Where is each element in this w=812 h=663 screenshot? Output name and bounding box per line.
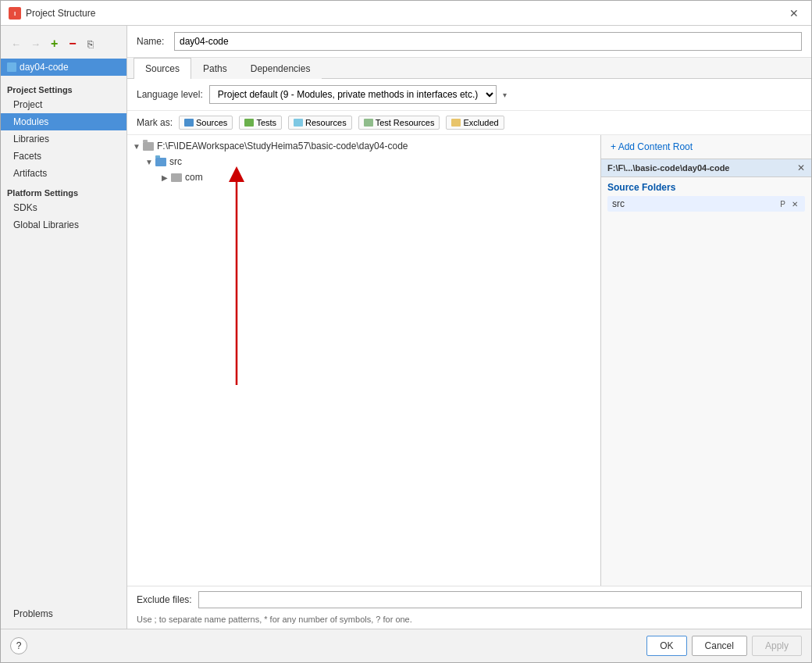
excluded-tag[interactable]: Excluded <box>446 116 504 130</box>
sources-tab-content: Language level: Project default (9 - Mod… <box>127 79 811 629</box>
source-folder-name: src <box>612 198 625 209</box>
source-folder-actions: P ✕ <box>778 199 800 209</box>
svg-text:I: I <box>14 10 16 17</box>
platform-settings-header: Platform Settings <box>1 182 126 199</box>
sidebar-item-libraries[interactable]: Libraries <box>1 130 126 148</box>
root-path-label: F:\F\IDEAWorkspace\StudyHeima57\basic-co… <box>157 141 408 151</box>
root-toggle[interactable]: ▼ <box>130 140 143 152</box>
sidebar-item-modules[interactable]: Modules <box>1 113 126 130</box>
source-folder-item: src P ✕ <box>607 196 805 212</box>
tests-tag[interactable]: Tests <box>239 116 282 130</box>
module-item[interactable]: day04-code <box>1 59 126 76</box>
source-folders-section: Source Folders src P ✕ <box>601 177 811 216</box>
src-label: src <box>169 156 182 167</box>
content-area: ▼ F:\F\IDEAWorkspace\StudyHeima57\basic-… <box>127 135 811 586</box>
info-panel-path: F:\F\...\basic-code\day04-code <box>607 163 730 173</box>
remove-module-button[interactable]: − <box>64 35 80 52</box>
resources-tag-label: Resources <box>305 118 347 127</box>
tree-panel: ▼ F:\F\IDEAWorkspace\StudyHeima57\basic-… <box>127 135 600 586</box>
bottom-bar: ? OK Cancel Apply <box>1 629 811 662</box>
forward-button[interactable]: → <box>27 36 45 52</box>
name-label: Name: <box>137 36 168 47</box>
add-module-button[interactable]: + <box>46 35 62 52</box>
project-settings-header: Project Settings <box>1 82 126 96</box>
source-folder-remove-button[interactable]: ✕ <box>789 199 800 209</box>
tab-paths[interactable]: Paths <box>191 58 239 79</box>
sidebar-item-project[interactable]: Project <box>1 96 126 113</box>
bottom-left: ? <box>10 637 27 654</box>
root-folder-icon <box>143 142 154 151</box>
exclude-hint: Use ; to separate name patterns, * for a… <box>127 613 811 629</box>
sources-tag[interactable]: Sources <box>179 116 233 130</box>
info-panel: + Add Content Root F:\F\...\basic-code\d… <box>600 135 811 586</box>
mark-as-row: Mark as: Sources Tests Resources <box>127 111 811 135</box>
mark-as-label: Mark as: <box>137 117 173 128</box>
add-content-root-button[interactable]: + Add Content Root <box>601 135 811 159</box>
apply-button: Apply <box>752 636 802 656</box>
copy-module-button[interactable]: ⎘ <box>83 37 98 52</box>
tab-sources[interactable]: Sources <box>134 58 191 79</box>
excluded-tag-icon <box>451 119 461 127</box>
test-resources-tag[interactable]: Test Resources <box>358 116 440 130</box>
title-bar: I Project Structure ✕ <box>1 1 811 26</box>
cancel-button[interactable]: Cancel <box>692 636 747 656</box>
test-resources-tag-label: Test Resources <box>376 118 435 127</box>
help-button[interactable]: ? <box>10 637 27 654</box>
sidebar-item-facets[interactable]: Facets <box>1 148 126 165</box>
tab-dependencies[interactable]: Dependencies <box>239 58 322 79</box>
sidebar-nav-buttons: ← → + − ⎘ <box>1 32 126 59</box>
sidebar-item-global-libraries[interactable]: Global Libraries <box>1 216 126 233</box>
module-icon <box>7 62 16 72</box>
src-folder-icon <box>155 158 166 166</box>
info-panel-close-button[interactable]: ✕ <box>797 162 805 173</box>
language-level-row: Language level: Project default (9 - Mod… <box>127 79 811 111</box>
com-toggle[interactable]: ▶ <box>158 171 171 184</box>
com-label: com <box>185 172 203 183</box>
name-input[interactable] <box>174 32 802 51</box>
sidebar: ← → + − ⎘ day04-code Project Settings Pr… <box>1 26 127 629</box>
module-item-label: day04-code <box>20 62 69 73</box>
tree-root-item[interactable]: ▼ F:\F\IDEAWorkspace\StudyHeima57\basic-… <box>127 138 600 154</box>
ok-button[interactable]: OK <box>646 636 686 656</box>
test-resources-tag-icon <box>364 119 373 127</box>
exclude-input[interactable] <box>198 591 802 608</box>
tests-tag-label: Tests <box>256 118 276 127</box>
main-content: ← → + − ⎘ day04-code Project Settings Pr… <box>1 26 811 629</box>
resources-tag-icon <box>294 119 303 127</box>
resources-tag[interactable]: Resources <box>288 116 352 130</box>
source-folder-p-button[interactable]: P <box>778 199 788 209</box>
tabs-row: Sources Paths Dependencies <box>127 58 811 79</box>
excluded-tag-label: Excluded <box>463 118 498 127</box>
sidebar-item-sdks[interactable]: SDKs <box>1 199 126 216</box>
annotation-arrow <box>127 135 440 572</box>
exclude-label: Exclude files: <box>137 594 192 605</box>
name-row: Name: <box>127 26 811 58</box>
sidebar-item-artifacts[interactable]: Artifacts <box>1 165 126 182</box>
sources-tag-icon <box>184 119 194 127</box>
language-level-label: Language level: <box>137 89 203 100</box>
close-button[interactable]: ✕ <box>785 5 803 21</box>
com-folder-icon <box>171 173 182 182</box>
sources-tag-label: Sources <box>196 118 227 127</box>
right-panel: Name: Sources Paths Dependencies Languag… <box>127 26 811 629</box>
sidebar-item-problems[interactable]: Problems <box>1 605 126 622</box>
src-toggle[interactable]: ▼ <box>143 155 155 168</box>
dialog-title: Project Structure <box>26 8 95 19</box>
back-button[interactable]: ← <box>7 36 25 52</box>
exclude-row: Exclude files: <box>127 586 811 613</box>
language-level-select[interactable]: Project default (9 - Modules, private me… <box>209 85 497 104</box>
tree-com-item[interactable]: ▶ com <box>127 169 600 185</box>
title-bar-left: I Project Structure <box>9 7 95 20</box>
project-structure-dialog: I Project Structure ✕ ← → + − ⎘ day04-co… <box>0 0 812 663</box>
intellij-icon: I <box>9 7 21 20</box>
tree-src-item[interactable]: ▼ src <box>127 154 600 169</box>
tests-tag-icon <box>244 119 254 127</box>
source-folders-title: Source Folders <box>607 182 805 193</box>
info-panel-header: F:\F\...\basic-code\day04-code ✕ <box>601 159 811 177</box>
